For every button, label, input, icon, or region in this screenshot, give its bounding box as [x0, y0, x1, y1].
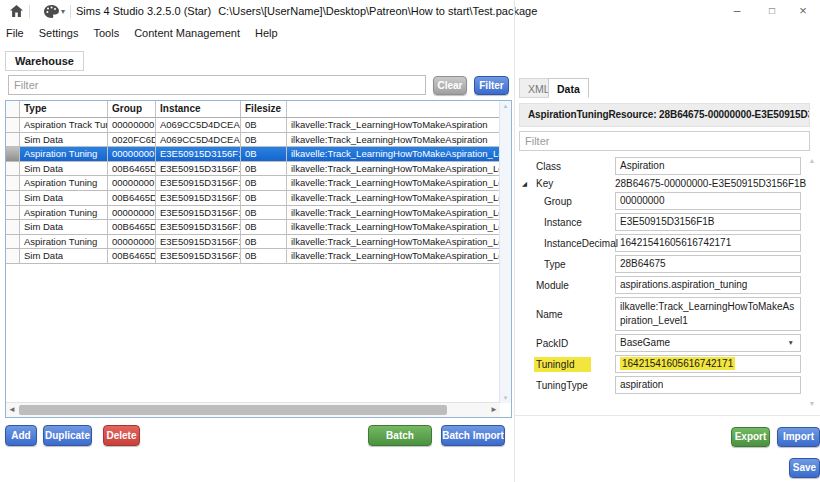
cell-name: ilkavelle:Track_LearningHowToMakeAspirat… — [287, 206, 500, 220]
table-header-instance[interactable]: Instance — [156, 101, 241, 117]
delete-button[interactable]: Delete — [103, 425, 140, 446]
menu-content-management[interactable]: Content Management — [134, 27, 240, 39]
field-label-text: TuningType — [536, 380, 588, 391]
add-button[interactable]: Add — [5, 425, 37, 446]
palette-icon[interactable] — [43, 5, 60, 18]
menu-tools[interactable]: Tools — [93, 27, 119, 39]
cell-name: ilkavelle:Track_LearningHowToMakeAspirat… — [287, 249, 500, 263]
scroll-right-icon[interactable]: ► — [490, 403, 498, 417]
cell-type: Sim Data — [20, 133, 108, 147]
table-row[interactable]: Aspiration Tuning00000000E3E50915D3156F1… — [6, 235, 500, 250]
table-header-type[interactable]: Type — [20, 101, 108, 117]
scroll-left-icon[interactable]: ◄ — [8, 403, 16, 417]
menu-file[interactable]: File — [6, 27, 24, 39]
cell-size: 0B — [241, 162, 287, 176]
open-file-path: C:\Users\[UserName]\Desktop\Patreon\How … — [218, 5, 537, 17]
table-row[interactable]: Sim Data00B6465DE3E50915D3156F1E0Bilkave… — [6, 249, 500, 264]
field-value-tuningtype[interactable]: aspiration — [615, 376, 801, 394]
cell-size: 0B — [241, 176, 287, 190]
expander-icon[interactable]: ◢ — [522, 180, 527, 188]
fields-list: ClassAspiration◢Key28B64675-00000000-E3E… — [515, 157, 811, 397]
save-button[interactable]: Save — [789, 458, 820, 478]
field-label: Name — [515, 309, 615, 320]
field-row-group: Group00000000 — [515, 192, 811, 210]
field-value-module[interactable]: aspirations.aspiration_tuning — [615, 276, 801, 294]
fields-scrollbar[interactable]: ▲ ▼ — [806, 157, 818, 407]
batch-import-button[interactable]: Batch Import — [441, 425, 505, 446]
scroll-down-icon[interactable]: ▼ — [806, 400, 818, 407]
cell-group: 00000000 — [108, 176, 156, 190]
table-row[interactable]: Aspiration Track Tuning00000000A069CC5D4… — [6, 118, 500, 133]
cell-inst: A069CC5D4DCEAD31 — [156, 133, 241, 147]
warehouse-table: Type Group Instance Filesize Aspiration … — [5, 100, 512, 418]
field-label-text: InstanceDecimal — [544, 238, 618, 249]
cell-inst: A069CC5D4DCEAD31 — [156, 118, 241, 132]
field-label-text: Type — [544, 259, 566, 270]
field-row-type: Type28B64675 — [515, 255, 811, 273]
data-filter-input[interactable] — [519, 131, 810, 151]
table-header-group[interactable]: Group — [108, 101, 156, 117]
batch-export-button[interactable]: Batch Export — [368, 425, 432, 446]
scroll-up-icon[interactable]: ▲ — [500, 103, 511, 109]
scroll-up-icon[interactable]: ▲ — [806, 157, 818, 164]
table-row[interactable]: Aspiration Tuning00000000E3E50915D3156F1… — [6, 206, 500, 221]
field-value-class[interactable]: Aspiration — [615, 157, 801, 175]
table-header-name[interactable] — [287, 101, 500, 117]
field-label-text: TuningId — [534, 357, 591, 372]
field-value-text: ilkavelle:Track_LearningHowToMakeAspirat… — [620, 301, 794, 326]
export-button[interactable]: Export — [731, 427, 770, 447]
home-icon[interactable] — [8, 5, 24, 17]
field-value-instance[interactable]: E3E50915D3156F1B — [615, 213, 801, 231]
scroll-down-icon[interactable]: ▼ — [500, 395, 511, 401]
menu-bar: File Settings Tools Content Management H… — [0, 24, 278, 42]
cell-size: 0B — [241, 147, 287, 161]
resource-detail-panel: XML Data AspirationTuningResource: 28B64… — [514, 0, 820, 482]
field-value-type[interactable]: 28B64675 — [615, 255, 801, 273]
scrollbar-thumb[interactable] — [19, 405, 447, 415]
table-vertical-scrollbar[interactable]: ▲ ▼ — [499, 101, 511, 403]
field-value-name[interactable]: ilkavelle:Track_LearningHowToMakeAspirat… — [615, 297, 801, 331]
duplicate-button[interactable]: Duplicate — [43, 425, 92, 446]
table-row[interactable]: Sim Data00B6465DE3E50915D3156F1B0Bilkave… — [6, 162, 500, 177]
cell-size: 0B — [241, 133, 287, 147]
field-value-instancedecimal[interactable]: 16421541605616742171 — [615, 234, 801, 252]
field-value-tuningid[interactable]: 16421541605616742171 — [615, 355, 801, 373]
cell-inst: E3E50915D3156F1E — [156, 235, 241, 249]
row-header-cell — [6, 133, 20, 147]
table-row[interactable]: Sim Data0020FC6DA069CC5D4DCEAD310Bilkave… — [6, 133, 500, 148]
import-button[interactable]: Import — [777, 427, 820, 447]
cell-group: 00000000 — [108, 206, 156, 220]
field-label-text: Instance — [544, 217, 582, 228]
field-value-packid[interactable]: BaseGame▼ — [615, 334, 801, 352]
tab-warehouse[interactable]: Warehouse — [5, 51, 84, 71]
table-row[interactable]: Sim Data00B6465DE3E50915D3156F180Bilkave… — [6, 191, 500, 206]
cell-type: Aspiration Tuning — [20, 206, 108, 220]
divider — [29, 5, 30, 18]
chevron-down-icon[interactable]: ▾ — [61, 7, 65, 16]
field-row-module: Moduleaspirations.aspiration_tuning — [515, 276, 811, 294]
field-value-text: 16421541605616742171 — [620, 237, 731, 248]
field-value-group[interactable]: 00000000 — [615, 192, 801, 210]
warehouse-filter-input[interactable] — [8, 75, 426, 95]
table-header-filesize[interactable]: Filesize — [241, 101, 287, 117]
cell-name: ilkavelle:Track_LearningHowToMakeAspirat… — [287, 133, 500, 147]
cell-size: 0B — [241, 191, 287, 205]
table-row[interactable]: Sim Data00B6465DE3E50915D3156F190Bilkave… — [6, 220, 500, 235]
dropdown-arrow-icon[interactable]: ▼ — [788, 335, 794, 351]
tab-data[interactable]: Data — [548, 78, 589, 98]
cell-type: Aspiration Tuning — [20, 147, 108, 161]
table-horizontal-scrollbar[interactable]: ◄ ► — [6, 402, 500, 417]
clear-button[interactable]: Clear — [433, 76, 467, 95]
field-value-text: aspiration — [620, 379, 663, 390]
field-value-text: 28B64675 — [620, 258, 666, 269]
field-label-text: Key — [536, 178, 553, 189]
cell-type: Sim Data — [20, 220, 108, 234]
menu-help[interactable]: Help — [255, 27, 278, 39]
menu-settings[interactable]: Settings — [39, 27, 79, 39]
row-header-cell — [6, 176, 20, 190]
filter-button[interactable]: Filter — [474, 76, 509, 95]
table-row[interactable]: Aspiration Tuning00000000E3E50915D3156F1… — [6, 147, 500, 162]
table-row[interactable]: Aspiration Tuning00000000E3E50915D3156F1… — [6, 176, 500, 191]
resource-header: AspirationTuningResource: 28B64675-00000… — [519, 103, 810, 127]
field-label-text: Name — [536, 309, 563, 320]
